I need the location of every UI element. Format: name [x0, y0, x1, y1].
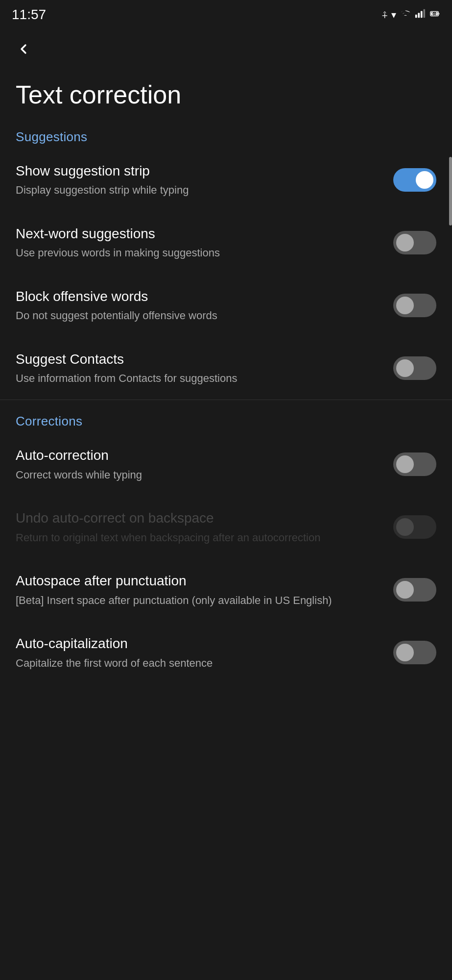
setting-title: Block offensive words	[16, 288, 381, 305]
section-suggestions: Suggestions Show suggestion strip Displa…	[0, 122, 452, 400]
bluetooth-icon: ⨣	[382, 9, 387, 21]
toggle-auto-capitalization[interactable]	[393, 641, 436, 664]
toggle-show-suggestion-strip[interactable]	[393, 168, 436, 192]
svg-rect-3	[423, 9, 425, 17]
svg-rect-1	[418, 13, 420, 18]
setting-text: Autospace after punctuation [Beta] Inser…	[16, 572, 393, 607]
setting-desc: Return to original text when backspacing…	[16, 530, 381, 545]
setting-title: Auto-capitalization	[16, 635, 381, 653]
setting-undo-auto-correct: Undo auto-correct on backspace Return to…	[0, 496, 452, 558]
setting-text: Show suggestion strip Display suggestion…	[16, 162, 393, 198]
scroll-indicator	[449, 157, 452, 226]
setting-text: Block offensive words Do not suggest pot…	[16, 288, 393, 323]
toggle-undo-auto-correct	[393, 515, 436, 539]
status-bar: 11:57 ⨣ ▾ O	[0, 0, 452, 27]
status-time: 11:57	[12, 7, 46, 23]
toggle-suggest-contacts[interactable]	[393, 356, 436, 380]
setting-text: Next-word suggestions Use previous words…	[16, 225, 393, 260]
toggle-next-word-suggestions[interactable]	[393, 231, 436, 254]
svg-rect-0	[415, 14, 417, 17]
toggle-autospace-punctuation[interactable]	[393, 578, 436, 602]
setting-auto-capitalization[interactable]: Auto-capitalization Capitalize the first…	[0, 621, 452, 684]
setting-desc: Display suggestion strip while typing	[16, 183, 381, 198]
setting-block-offensive-words[interactable]: Block offensive words Do not suggest pot…	[0, 274, 452, 337]
signal-icon	[415, 8, 426, 22]
section-header-suggestions: Suggestions	[0, 122, 452, 149]
setting-title: Auto-correction	[16, 447, 381, 464]
setting-title: Show suggestion strip	[16, 162, 381, 180]
setting-show-suggestion-strip[interactable]: Show suggestion strip Display suggestion…	[0, 149, 452, 211]
toggle-block-offensive-words[interactable]	[393, 294, 436, 317]
setting-auto-correction[interactable]: Auto-correction Correct words while typi…	[0, 433, 452, 496]
svg-rect-2	[421, 11, 423, 18]
section-corrections: Corrections Auto-correction Correct word…	[0, 400, 452, 684]
toggle-auto-correction[interactable]	[393, 452, 436, 476]
setting-desc: Capitalize the first word of each senten…	[16, 656, 381, 671]
signal-x-icon	[400, 8, 411, 22]
setting-text: Auto-correction Correct words while typi…	[16, 447, 393, 482]
back-button[interactable]	[12, 37, 35, 61]
svg-text:O: O	[433, 12, 436, 16]
setting-text: Auto-capitalization Capitalize the first…	[16, 635, 393, 670]
svg-rect-5	[438, 13, 439, 15]
setting-title: Undo auto-correct on backspace	[16, 509, 381, 527]
setting-title: Suggest Contacts	[16, 351, 381, 368]
setting-text: Undo auto-correct on backspace Return to…	[16, 509, 393, 545]
setting-text: Suggest Contacts Use information from Co…	[16, 351, 393, 386]
battery-icon: O	[429, 8, 440, 22]
status-icons: ⨣ ▾ O	[382, 8, 440, 22]
wifi-icon: ▾	[391, 9, 396, 21]
setting-title: Next-word suggestions	[16, 225, 381, 243]
section-header-corrections: Corrections	[0, 400, 452, 433]
back-button-row	[0, 27, 452, 66]
setting-suggest-contacts[interactable]: Suggest Contacts Use information from Co…	[0, 337, 452, 400]
setting-desc: Correct words while typing	[16, 468, 381, 482]
setting-autospace-punctuation[interactable]: Autospace after punctuation [Beta] Inser…	[0, 558, 452, 621]
setting-desc: Use previous words in making suggestions	[16, 246, 381, 260]
page-title: Text correction	[0, 66, 452, 122]
setting-desc: Use information from Contacts for sugges…	[16, 371, 381, 386]
setting-desc: [Beta] Insert space after punctuation (o…	[16, 593, 381, 608]
setting-title: Autospace after punctuation	[16, 572, 381, 590]
setting-desc: Do not suggest potentially offensive wor…	[16, 308, 381, 323]
setting-next-word-suggestions[interactable]: Next-word suggestions Use previous words…	[0, 211, 452, 274]
